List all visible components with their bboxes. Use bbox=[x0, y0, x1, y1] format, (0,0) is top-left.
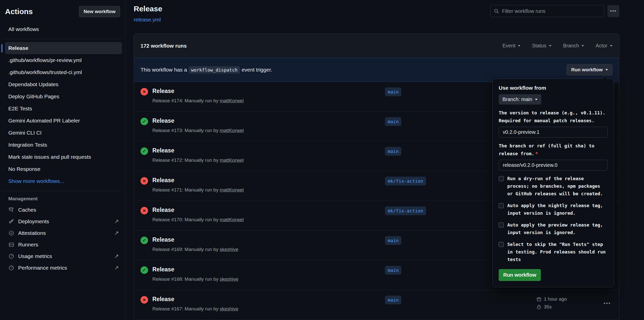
run-actor-link[interactable]: skeshive bbox=[220, 247, 238, 252]
external-link-icon: ↗ bbox=[114, 253, 119, 259]
actor-filter[interactable]: Actor bbox=[596, 43, 612, 49]
event-filter[interactable]: Event bbox=[502, 43, 520, 49]
branch-badge[interactable]: main bbox=[385, 236, 401, 245]
cache-icon bbox=[8, 207, 14, 213]
sidebar-item-pr-review[interactable]: .github/workflows/pr-review.yml bbox=[5, 54, 122, 66]
sidebar-item-performance-metrics[interactable]: Performance metrics ↗ bbox=[5, 262, 122, 274]
skip-tests-checkbox-row: Select to skip the "Run Tests" step in t… bbox=[499, 241, 608, 263]
nightly-tag-checkbox[interactable] bbox=[499, 203, 504, 208]
workflow-options-kebab-button[interactable]: ••• bbox=[607, 5, 619, 17]
run-meta: 1 hour ago 35s bbox=[536, 296, 567, 310]
sidebar-item-dependabot-updates[interactable]: Dependabot Updates bbox=[5, 78, 122, 90]
sidebar-item-no-response[interactable]: No Response bbox=[5, 163, 122, 175]
run-title-link[interactable]: Release bbox=[152, 117, 174, 124]
run-actor-link[interactable]: mattKorwel bbox=[220, 187, 244, 193]
sidebar-item-label: Attestations bbox=[18, 230, 46, 236]
workflow-file-link[interactable]: release.yml bbox=[134, 17, 161, 23]
sidebar-item-label: Runners bbox=[18, 242, 38, 248]
required-asterisk: * bbox=[535, 151, 538, 156]
sidebar-item-mark-stale[interactable]: Mark stale issues and pull requests bbox=[5, 151, 122, 163]
page-title: Release bbox=[134, 5, 162, 13]
run-subtitle: Release #171: Manually run bymattKorwel bbox=[152, 187, 244, 193]
run-status-icon: ✓ bbox=[141, 237, 148, 244]
branch-badge[interactable]: mk/fix-action bbox=[385, 206, 426, 215]
workflow-dispatch-code: workflow_dispatch bbox=[189, 66, 240, 74]
stopwatch-icon bbox=[536, 304, 542, 310]
filter-workflow-runs-input[interactable] bbox=[490, 5, 604, 17]
run-actor-link[interactable]: skeshive bbox=[220, 306, 238, 311]
run-subtitle: Release #167: Manually run byskeshive bbox=[152, 306, 238, 312]
run-title-link[interactable]: Release bbox=[152, 147, 174, 154]
branch-filter[interactable]: Branch bbox=[563, 43, 584, 49]
workflow-run-row[interactable]: × Release Release #167: Manually run bys… bbox=[134, 290, 619, 320]
run-title-link[interactable]: Release bbox=[152, 296, 174, 303]
verified-badge-icon bbox=[8, 230, 14, 236]
sidebar-item-e2e-tests[interactable]: E2E Tests bbox=[5, 103, 122, 115]
chevron-down-icon bbox=[610, 45, 612, 48]
sidebar-item-release[interactable]: Release bbox=[5, 42, 122, 54]
runs-list-header: 172 workflow runs Event Status Branch Ac… bbox=[134, 34, 619, 58]
branch-badge[interactable]: main bbox=[385, 266, 401, 275]
branch-badge[interactable]: main bbox=[385, 296, 401, 304]
sidebar-item-caches[interactable]: Caches bbox=[5, 204, 122, 216]
run-title-link[interactable]: Release bbox=[152, 236, 174, 243]
chevron-down-icon bbox=[518, 45, 520, 48]
run-status-icon: ✓ bbox=[141, 266, 148, 274]
branch-badge[interactable]: main bbox=[385, 117, 401, 126]
sidebar-item-gemini-pr-labeler[interactable]: Gemini Automated PR Labeler bbox=[5, 115, 122, 127]
search-icon bbox=[494, 8, 499, 14]
branch-badge[interactable]: main bbox=[385, 87, 401, 96]
run-actor-link[interactable]: skeshive bbox=[220, 276, 238, 282]
management-section-label: Management bbox=[5, 194, 122, 204]
run-status-icon: × bbox=[141, 177, 148, 185]
sidebar-item-usage-metrics[interactable]: Usage metrics ↗ bbox=[5, 250, 122, 262]
run-actor-link[interactable]: mattKorwel bbox=[220, 157, 244, 163]
ref-field-description: The branch or ref (full git sha) to rele… bbox=[499, 142, 608, 157]
sidebar-item-deployments[interactable]: Deployments ↗ bbox=[5, 216, 122, 227]
ref-input[interactable] bbox=[499, 160, 608, 171]
rocket-icon bbox=[8, 218, 14, 225]
dry-run-checkbox-row: Run a dry-run of the release process; no… bbox=[499, 175, 608, 198]
status-filter[interactable]: Status bbox=[532, 43, 551, 49]
run-title-link[interactable]: Release bbox=[152, 207, 174, 213]
checkbox-label: Auto apply the preview release tag, inpu… bbox=[507, 221, 608, 236]
branch-badge[interactable]: mk/fix-action bbox=[385, 177, 426, 185]
version-field-description: The version to release (e.g., v0.1.11). … bbox=[499, 109, 608, 124]
nightly-tag-checkbox-row: Auto apply the nightly release tag, inpu… bbox=[499, 202, 608, 217]
sidebar-item-all-workflows[interactable]: All workflows bbox=[5, 23, 122, 35]
run-actor-link[interactable]: mattKorwel bbox=[220, 217, 244, 222]
version-input[interactable] bbox=[499, 127, 608, 138]
run-title-link[interactable]: Release bbox=[152, 177, 174, 184]
sidebar-item-integration-tests[interactable]: Integration Tests bbox=[5, 139, 122, 151]
sidebar-item-trusted-ci[interactable]: .github/workflows/trusted-ci.yml bbox=[5, 66, 122, 78]
skip-tests-checkbox[interactable] bbox=[499, 242, 504, 247]
sidebar-item-runners[interactable]: Runners bbox=[5, 239, 122, 250]
branch-badge[interactable]: main bbox=[385, 147, 401, 156]
new-workflow-button[interactable]: New workflow bbox=[79, 6, 120, 17]
sidebar-item-attestations[interactable]: Attestations ↗ bbox=[5, 227, 122, 239]
run-status-icon: × bbox=[141, 207, 148, 214]
meter-icon bbox=[8, 265, 14, 271]
run-kebab-button[interactable]: ••• bbox=[604, 301, 611, 306]
run-title-link[interactable]: Release bbox=[152, 266, 174, 273]
run-workflow-submit-button[interactable]: Run workflow bbox=[499, 269, 541, 281]
run-workflow-popup: Use workflow from Branch: main The versi… bbox=[492, 79, 614, 287]
sidebar-item-deploy-github-pages[interactable]: Deploy GitHub Pages bbox=[5, 90, 122, 103]
meter-icon bbox=[8, 253, 14, 259]
run-workflow-dropdown-button[interactable]: Run workflow bbox=[567, 64, 612, 75]
preview-tag-checkbox[interactable] bbox=[499, 222, 504, 228]
run-title-link[interactable]: Release bbox=[152, 88, 174, 94]
external-link-icon: ↗ bbox=[114, 219, 119, 224]
sidebar-divider bbox=[2, 39, 122, 39]
run-actor-link[interactable]: mattKorwel bbox=[220, 98, 244, 103]
chevron-down-icon bbox=[605, 69, 608, 72]
sidebar-item-gemini-cli-ci[interactable]: Gemini CLI CI bbox=[5, 127, 122, 139]
actions-sidebar: Actions New workflow All workflows Relea… bbox=[0, 0, 125, 320]
dry-run-checkbox[interactable] bbox=[499, 176, 504, 181]
run-actor-link[interactable]: mattKorwel bbox=[220, 128, 244, 133]
branch-selector-button[interactable]: Branch: main bbox=[499, 94, 541, 105]
show-more-workflows-link[interactable]: Show more workflows... bbox=[5, 175, 122, 187]
run-subtitle: Release #168: Manually run byskeshive bbox=[152, 276, 238, 282]
run-subtitle: Release #173: Manually run bymattKorwel bbox=[152, 128, 244, 133]
chevron-down-icon bbox=[549, 45, 551, 48]
